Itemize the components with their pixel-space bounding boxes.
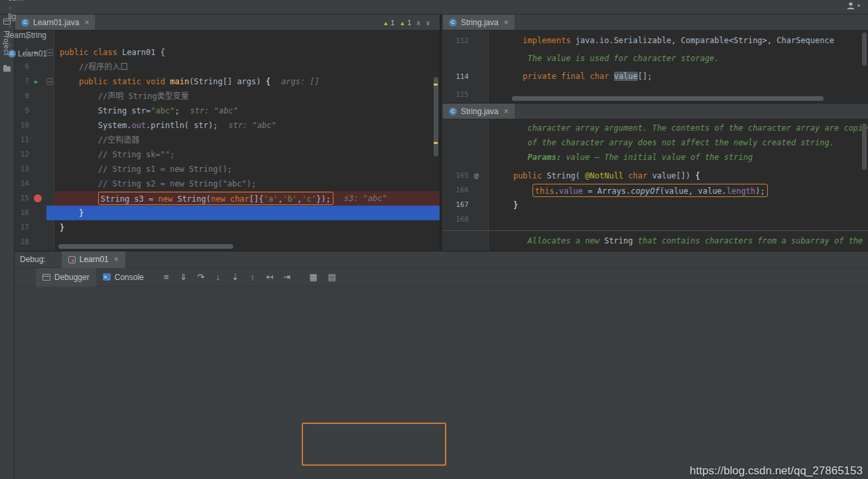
close-icon[interactable]: × bbox=[84, 18, 89, 27]
layout-list-icon[interactable]: ▤ bbox=[326, 271, 339, 284]
tab-string-java[interactable]: C String.java × bbox=[443, 15, 515, 30]
code-line[interactable]: 17} bbox=[15, 220, 440, 235]
breadcrumb-separator: › bbox=[9, 3, 11, 11]
code-line[interactable]: character array argument. The contents o… bbox=[442, 121, 868, 135]
code-line[interactable]: 114 private final char value[]; bbox=[442, 68, 868, 86]
line-number: 9 bbox=[15, 103, 29, 118]
code-line[interactable]: 9 String str="abc";str: "abc" bbox=[15, 103, 440, 118]
line-number: 10 bbox=[15, 118, 29, 133]
code-line[interactable]: 166 this.value = Arrays.copyOf(value, va… bbox=[442, 183, 868, 198]
step-out-icon[interactable]: ↑ bbox=[246, 271, 259, 284]
horizontal-scrollbar[interactable] bbox=[512, 96, 824, 101]
line-number: 167 bbox=[442, 198, 469, 212]
code-line[interactable]: 5▶−public class Learn01 { bbox=[15, 45, 440, 60]
code-line[interactable]: 16 } bbox=[15, 206, 440, 220]
line-number: 114 bbox=[442, 68, 469, 86]
run-icon[interactable]: ▶ bbox=[34, 74, 38, 89]
tab-debugger[interactable]: Debugger bbox=[36, 268, 96, 287]
warning-stripe-mark[interactable] bbox=[434, 142, 438, 144]
code-line[interactable]: 14 // String s2 = new String("abc"); bbox=[15, 176, 440, 191]
editor-left-pane: C Learn01.java × 45▶−public class Learn0… bbox=[15, 15, 441, 251]
code-line[interactable]: 8 //声明 String类型变量 bbox=[15, 89, 440, 103]
vertical-scrollbar[interactable] bbox=[862, 33, 867, 66]
code-line[interactable]: 112 implements java.io.Serializable, Com… bbox=[442, 32, 868, 50]
breadcrumb-separator: › bbox=[9, 22, 11, 30]
line-number: 12 bbox=[15, 147, 29, 162]
line-number: 165 bbox=[442, 169, 469, 183]
code-line[interactable]: 15 String s3 = new String(new char[]{'a'… bbox=[15, 191, 440, 206]
fold-icon[interactable]: − bbox=[46, 78, 53, 85]
class-icon: C bbox=[8, 50, 16, 58]
code-editor[interactable]: 112 implements java.io.Serializable, Com… bbox=[442, 31, 868, 103]
breadcrumb: LearnString›src›com›llg›learnString›CLea… bbox=[7, 0, 54, 58]
chevron-up-icon[interactable]: ∧ bbox=[416, 19, 420, 27]
code-line[interactable]: 10 System.out.println( str);str: "abc" bbox=[15, 118, 440, 133]
layout-actions-toolbar: ▦▤ bbox=[307, 271, 339, 284]
tab-console[interactable]: >_ Console bbox=[96, 268, 151, 287]
step-actions-toolbar: ≡⇓↷↓⇣↑↤⇥ bbox=[160, 271, 294, 284]
code-line[interactable]: of the character array does not affect t… bbox=[442, 135, 868, 150]
tab-label: String.java bbox=[461, 107, 499, 116]
close-icon[interactable]: × bbox=[504, 18, 509, 27]
debug-session-tab[interactable]: Learn01 × bbox=[62, 251, 125, 268]
step-into-icon[interactable]: ↓ bbox=[212, 271, 225, 284]
show-execution-point-icon[interactable]: ⇓ bbox=[177, 271, 190, 284]
code-line[interactable]: 12 // String sk=""; bbox=[15, 147, 440, 162]
code-editor[interactable]: character array argument. The contents o… bbox=[442, 119, 868, 251]
breadcrumb-item[interactable]: llg bbox=[8, 12, 52, 21]
line-number: 17 bbox=[15, 220, 29, 235]
annotation-gutter-icon: @ bbox=[474, 169, 479, 183]
line-number: 13 bbox=[15, 162, 29, 176]
editor-right-top-pane: C String.java × 112 implements java.io.S… bbox=[442, 15, 868, 103]
warning-count: 1 bbox=[391, 19, 395, 27]
code-line[interactable]: 168 bbox=[442, 212, 868, 227]
class-icon: C bbox=[449, 19, 457, 27]
close-icon[interactable]: × bbox=[504, 107, 509, 116]
debug-session-tab-label: Learn01 bbox=[80, 255, 109, 264]
tab-label: Debugger bbox=[54, 273, 90, 282]
drop-frame-icon[interactable]: ↤ bbox=[263, 271, 277, 284]
breakpoint-icon[interactable] bbox=[34, 194, 42, 202]
code-line[interactable]: 7▶− public static void main(String[] arg… bbox=[15, 74, 440, 89]
vertical-scrollbar[interactable] bbox=[434, 77, 438, 157]
chevron-down-icon[interactable]: ∨ bbox=[426, 19, 430, 27]
code-line[interactable]: Params: value – The initial value of the… bbox=[442, 150, 868, 165]
run-to-cursor-icon[interactable]: ⇥ bbox=[280, 271, 294, 284]
debug-label: Debug: bbox=[20, 255, 46, 264]
code-line[interactable]: 11 //空构造器 bbox=[15, 133, 440, 147]
warning-stripe-mark[interactable] bbox=[434, 84, 438, 86]
project-tool-strip: Project bbox=[0, 15, 15, 479]
inline-hint: str: "abc" bbox=[190, 106, 238, 115]
code-line[interactable]: 167 } bbox=[442, 198, 868, 212]
horizontal-scrollbar[interactable] bbox=[58, 244, 233, 249]
code-line[interactable]: 4 bbox=[15, 31, 440, 45]
code-line[interactable]: The value is used for character storage. bbox=[442, 50, 868, 68]
line-number: 7 bbox=[15, 74, 29, 89]
chevron-down-icon: ▾ bbox=[857, 3, 860, 9]
breadcrumb-bar: LearnString›src›com›llg›learnString›CLea… bbox=[0, 0, 868, 15]
breadcrumb-item[interactable]: learnString bbox=[8, 31, 52, 40]
inspections-widget[interactable]: ▲ 1 ▲ 1 ∧ ∨ bbox=[383, 19, 430, 27]
tab-string-java[interactable]: C String.java × bbox=[443, 103, 515, 119]
user-menu[interactable]: ▾ bbox=[846, 1, 860, 10]
inline-hint: s3: "abc" bbox=[344, 194, 387, 203]
debug-tool-window: Debug: Learn01 × Debugger >_ Console ≡⇓↷… bbox=[0, 251, 868, 479]
line-number: 168 bbox=[442, 212, 469, 227]
code-line[interactable]: 165@ public String( @NotNull char value[… bbox=[442, 169, 868, 183]
breadcrumb-item[interactable]: com bbox=[8, 0, 52, 3]
code-line[interactable]: Allocates a new String that contains cha… bbox=[442, 234, 868, 248]
threads-menu-icon[interactable]: ≡ bbox=[160, 271, 173, 284]
layout-grid-icon[interactable]: ▦ bbox=[307, 271, 320, 284]
code-editor[interactable]: 45▶−public class Learn01 {6 //程序的入口7▶− p… bbox=[15, 31, 440, 251]
warning-icon: ▲ bbox=[399, 20, 405, 27]
force-step-into-icon[interactable]: ⇣ bbox=[229, 271, 242, 284]
inline-hint: args: [] bbox=[281, 77, 320, 86]
step-over-icon[interactable]: ↷ bbox=[194, 271, 208, 284]
code-line[interactable]: 6 //程序的入口 bbox=[15, 60, 440, 74]
line-number: 11 bbox=[15, 133, 29, 147]
close-icon[interactable]: × bbox=[114, 255, 119, 264]
debug-header: Debug: Learn01 × bbox=[0, 251, 868, 268]
vertical-scrollbar[interactable] bbox=[862, 123, 867, 170]
code-line[interactable]: 13 // String s1 = new String(); bbox=[15, 162, 440, 176]
breadcrumb-item[interactable]: CLearn01 bbox=[8, 49, 52, 58]
